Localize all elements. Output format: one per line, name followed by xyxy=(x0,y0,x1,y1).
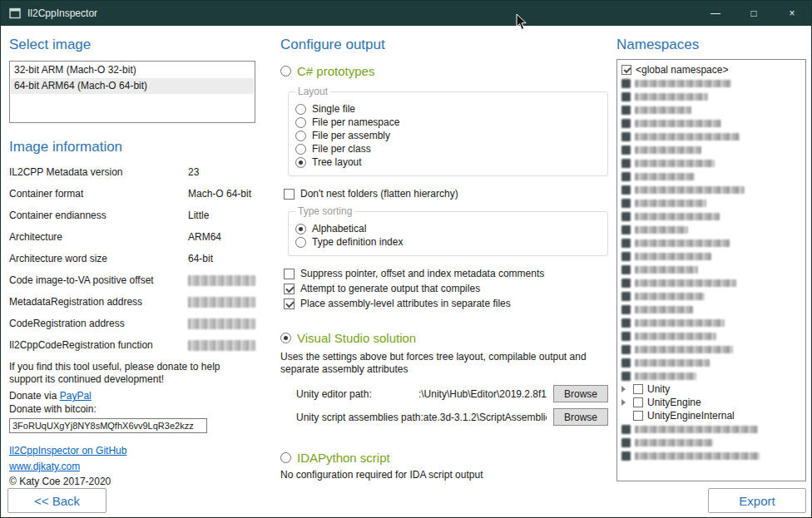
namespace-item-redacted[interactable] xyxy=(621,276,803,289)
info-label: Il2CppCodeRegistration function xyxy=(9,339,188,351)
app-window: Il2CppInspector — □ × Select image 32-bi… xyxy=(0,0,812,518)
namespace-item-redacted[interactable] xyxy=(621,170,803,183)
namespace-item-redacted[interactable] xyxy=(621,156,803,170)
namespaces-heading: Namespaces xyxy=(616,36,806,54)
radio-label: C# prototypes xyxy=(297,64,374,78)
visual-studio-solution-radio[interactable]: Visual Studio solution xyxy=(280,331,611,345)
namespace-tree[interactable]: <global namespace> Unity UnityEngine Un xyxy=(616,59,806,481)
unity-script-assemblies-path-value[interactable]: ate.3d-3.1.2\ScriptAssemblies xyxy=(423,412,547,423)
radio-label: File per namespace xyxy=(312,116,399,128)
export-button[interactable]: Export xyxy=(708,488,806,513)
tree-indent xyxy=(621,399,629,406)
layout-file-per-assembly-radio[interactable]: File per assembly xyxy=(295,129,601,142)
layout-single-file-radio[interactable]: Single file xyxy=(295,102,601,116)
namespace-label-blurred xyxy=(635,346,733,353)
namespace-item-unityengineinternal[interactable]: UnityEngineInternal xyxy=(621,409,803,422)
radio-icon xyxy=(295,117,306,128)
sort-alphabetical-radio[interactable]: Alphabetical xyxy=(295,222,601,235)
suppress-comments-checkbox[interactable]: Suppress pointer, offset and index metad… xyxy=(284,268,611,279)
namespace-item-redacted[interactable] xyxy=(621,76,803,90)
maximize-button[interactable]: □ xyxy=(735,1,773,26)
checkbox-blurred-icon xyxy=(621,79,631,88)
namespace-item-redacted[interactable] xyxy=(621,183,803,196)
namespace-item-redacted[interactable] xyxy=(621,316,803,329)
namespace-item-redacted[interactable] xyxy=(621,369,803,382)
namespace-item-redacted[interactable] xyxy=(621,116,803,130)
namespace-item-redacted[interactable] xyxy=(621,210,803,223)
type-sorting-groupbox: Type sorting Alphabetical Type definitio… xyxy=(288,211,608,256)
checkbox-icon[interactable] xyxy=(633,384,643,394)
namespace-item-redacted[interactable] xyxy=(621,449,803,462)
namespace-item-redacted[interactable] xyxy=(621,343,803,356)
info-row: Architecture ARM64 xyxy=(9,226,255,248)
app-icon xyxy=(9,7,21,19)
radio-label: Type definition index xyxy=(312,236,403,248)
radio-icon xyxy=(295,237,306,248)
namespace-item-redacted[interactable] xyxy=(621,103,803,116)
sort-type-definition-index-radio[interactable]: Type definition index xyxy=(295,235,601,249)
namespace-item-redacted[interactable] xyxy=(621,90,803,103)
namespace-item-redacted[interactable] xyxy=(621,263,803,276)
image-info-list: IL2CPP Metadata version 23 Container for… xyxy=(9,161,255,356)
image-option-32bit-arm[interactable]: 32-bit ARM (Mach-O 32-bit) xyxy=(11,62,254,78)
csharp-prototypes-radio[interactable]: C# prototypes xyxy=(280,64,611,78)
checkbox-icon[interactable] xyxy=(621,65,631,75)
namespace-item-unity[interactable]: Unity xyxy=(621,382,803,396)
namespace-redacted-group xyxy=(621,76,803,382)
namespace-item-redacted[interactable] xyxy=(621,329,803,343)
expander-icon[interactable] xyxy=(621,399,626,406)
layout-file-per-namespace-radio[interactable]: File per namespace xyxy=(295,116,601,129)
checkbox-icon[interactable] xyxy=(633,397,643,407)
layout-file-per-class-radio[interactable]: File per class xyxy=(295,142,601,155)
namespace-item-redacted[interactable] xyxy=(621,143,803,156)
compilable-output-checkbox[interactable]: Attempt to generate output that compiles xyxy=(284,283,611,294)
namespace-item-redacted[interactable] xyxy=(621,356,803,369)
namespace-item-redacted[interactable] xyxy=(621,223,803,236)
redacted-value xyxy=(188,275,255,286)
namespace-item-redacted[interactable] xyxy=(621,422,803,436)
checkbox-icon xyxy=(284,189,295,200)
namespace-item-unityengine[interactable]: UnityEngine xyxy=(621,396,803,409)
namespace-item-redacted[interactable] xyxy=(621,236,803,249)
namespace-item-redacted[interactable] xyxy=(621,289,803,303)
separate-attributes-checkbox[interactable]: Place assembly-level attributes in separ… xyxy=(284,298,611,309)
paypal-link[interactable]: PayPal xyxy=(60,390,92,402)
unity-editor-browse-button[interactable]: Browse xyxy=(553,385,608,402)
unity-editor-path-field: Unity editor path: :\Unity\Hub\Editor\20… xyxy=(296,385,608,402)
checkbox-blurred-icon xyxy=(621,438,631,447)
namespace-item-redacted[interactable] xyxy=(621,196,803,210)
namespace-item-redacted[interactable] xyxy=(621,130,803,143)
back-button[interactable]: << Back xyxy=(7,488,106,513)
namespace-item-redacted[interactable] xyxy=(621,303,803,316)
checkbox-blurred-icon xyxy=(621,159,631,168)
info-label: CodeRegistration address xyxy=(9,318,188,329)
ida-description: No configuration required for IDA script… xyxy=(280,469,611,481)
namespace-item-redacted[interactable] xyxy=(621,249,803,263)
info-row: Container format Mach-O 64-bit xyxy=(9,183,255,205)
unity-editor-path-value[interactable]: :\Unity\Hub\Editor\2019.2.8f1 xyxy=(372,388,547,400)
window-controls: — □ × xyxy=(696,1,811,26)
info-row: CodeRegistration address xyxy=(9,313,255,334)
namespace-item-global[interactable]: <global namespace> xyxy=(621,63,803,76)
flatten-hierarchy-checkbox[interactable]: Don't nest folders (flatten hierarchy) xyxy=(284,188,611,200)
layout-tree-layout-radio[interactable]: Tree layout xyxy=(295,155,601,169)
namespace-label-blurred xyxy=(635,306,693,313)
image-option-64bit-arm64[interactable]: 64-bit ARM64 (Mach-O 64-bit) xyxy=(11,78,254,94)
radio-label: Visual Studio solution xyxy=(297,331,416,345)
namespace-item-redacted[interactable] xyxy=(621,436,803,449)
expander-icon[interactable] xyxy=(621,386,626,392)
checkbox-label: Place assembly-level attributes in separ… xyxy=(300,298,511,309)
close-button[interactable]: × xyxy=(773,1,811,26)
checkbox-blurred-icon xyxy=(621,132,631,141)
idapython-script-radio[interactable]: IDAPython script xyxy=(280,451,611,465)
unity-script-assemblies-browse-button[interactable]: Browse xyxy=(553,408,608,426)
checkbox-icon[interactable] xyxy=(633,411,643,421)
radio-icon xyxy=(295,131,306,141)
github-link[interactable]: Il2CppInspector on GitHub xyxy=(9,445,126,456)
namespace-label-blurred xyxy=(635,253,711,260)
minimize-button[interactable]: — xyxy=(696,1,735,26)
radio-icon xyxy=(280,66,291,76)
radio-label: Single file xyxy=(312,103,355,115)
website-link[interactable]: www.djkaty.com xyxy=(9,461,80,472)
bitcoin-address-input[interactable] xyxy=(9,418,207,433)
